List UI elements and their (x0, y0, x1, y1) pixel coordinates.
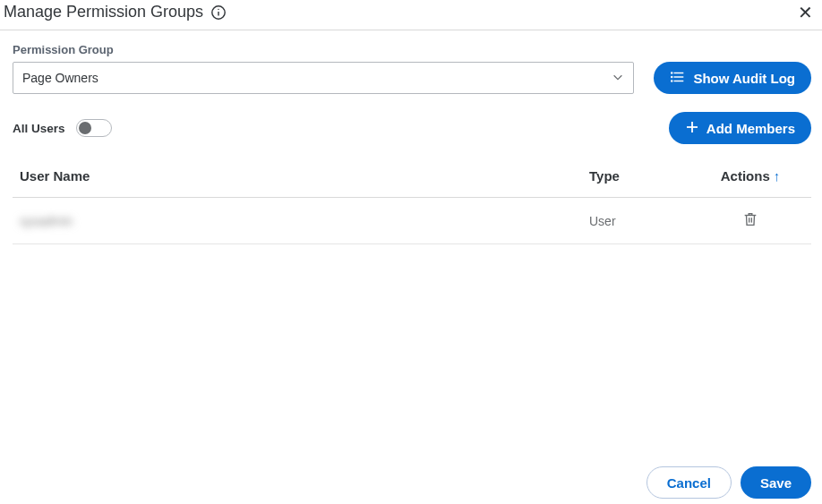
close-icon[interactable]: ✕ (798, 4, 813, 21)
dialog-footer: Cancel Save (0, 466, 822, 504)
svg-point-2 (218, 8, 218, 9)
permission-group-row: Permission Group Page Owners (13, 43, 811, 94)
column-header-actions-label: Actions (721, 168, 770, 184)
add-members-label: Add Members (706, 121, 795, 136)
sort-ascending-icon: ↑ (774, 168, 781, 184)
info-icon[interactable] (210, 4, 227, 21)
permission-group-value: Page Owners (22, 71, 612, 85)
dialog-header: Manage Permission Groups ✕ (0, 0, 822, 30)
toggle-knob (79, 122, 91, 134)
permission-group-select[interactable]: Page Owners (13, 62, 634, 94)
members-controls-row: All Users Add Members (13, 112, 811, 144)
column-header-actions[interactable]: Actions↑ (697, 168, 804, 184)
dialog-body: Permission Group Page Owners (0, 30, 822, 244)
svg-point-7 (672, 76, 672, 77)
cell-actions (697, 211, 804, 230)
add-members-button[interactable]: Add Members (669, 112, 811, 144)
table-header: User Name Type Actions↑ (13, 155, 811, 198)
column-header-user-name[interactable]: User Name (20, 168, 589, 184)
audit-log-icon (670, 69, 686, 88)
all-users-toggle-group: All Users (13, 119, 112, 137)
chevron-down-icon (612, 71, 624, 86)
show-audit-log-label: Show Audit Log (693, 71, 795, 86)
svg-point-6 (672, 72, 672, 73)
all-users-toggle[interactable] (76, 119, 112, 137)
show-audit-log-button[interactable]: Show Audit Log (654, 62, 811, 94)
plus-icon (685, 120, 699, 137)
cell-type: User (589, 214, 697, 228)
delete-icon[interactable] (742, 211, 758, 227)
cancel-button[interactable]: Cancel (646, 466, 732, 499)
save-button[interactable]: Save (741, 466, 811, 499)
dialog-title: Manage Permission Groups (4, 3, 203, 21)
all-users-label: All Users (13, 122, 65, 135)
column-header-type[interactable]: Type (589, 168, 697, 184)
svg-point-8 (672, 80, 672, 81)
permission-group-field: Permission Group Page Owners (13, 43, 634, 94)
user-name-value: sysadmin (20, 214, 73, 228)
cell-user-name: sysadmin (20, 214, 589, 228)
permission-group-label: Permission Group (13, 43, 634, 56)
table-row: sysadmin User (13, 198, 811, 244)
members-table: User Name Type Actions↑ sysadmin User (13, 155, 811, 244)
